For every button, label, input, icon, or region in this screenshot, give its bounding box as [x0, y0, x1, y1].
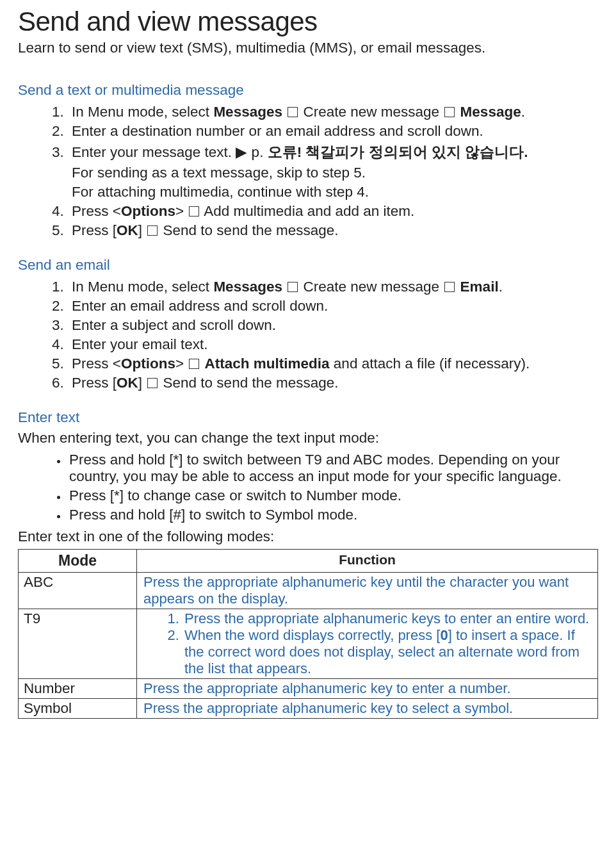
mode-cell: Symbol [19, 699, 137, 719]
arrow-icon [288, 107, 298, 117]
list-item: Press [OK] Send to send the message. [68, 221, 598, 240]
text: ] [138, 222, 147, 238]
list-item: Enter your message text. ▶ p. 오류! 책갈피가 정… [68, 141, 598, 202]
arrow-icon [444, 107, 455, 117]
list-item: Press <Options> Add multimedia and add a… [68, 202, 598, 221]
text-bold: Email [460, 279, 499, 295]
list-item: Press the appropriate alphanumeric keys … [183, 610, 591, 627]
function-cell: Press the appropriate alphanumeric key u… [137, 573, 598, 609]
list-item: When the word displays correctly, press … [183, 627, 591, 677]
list-item: In Menu mode, select Messages Create new… [68, 102, 598, 122]
list-item: Press <Options> Attach multimedia and at… [68, 354, 598, 373]
list-item: Press [*] to change case or switch to Nu… [68, 486, 598, 505]
list-item: Enter your email text. [68, 335, 598, 354]
text-bold: Messages [213, 104, 282, 120]
text: > [175, 203, 188, 219]
table-row: T9 Press the appropriate alphanumeric ke… [19, 609, 598, 679]
enter-text-intro: When entering text, you can change the t… [18, 430, 598, 446]
text: Press [ [72, 222, 117, 238]
table-row: Number Press the appropriate alphanumeri… [19, 679, 598, 699]
text: Send to send the message. [159, 375, 338, 391]
text: Add multimedia and add an item. [200, 203, 414, 219]
mode-cell: ABC [19, 573, 137, 609]
page-subtitle: Learn to send or view text (SMS), multim… [18, 40, 598, 56]
list-item: In Menu mode, select Messages Create new… [68, 277, 598, 297]
text: Create new message [299, 279, 443, 295]
text-bold: 오류! 책갈피가 정의되어 있지 않습니다. [268, 144, 528, 160]
enter-text-bullets: Press and hold [*] to switch between T9 … [18, 450, 598, 525]
mode-cell: Number [19, 679, 137, 699]
text-bold: Messages [213, 279, 282, 295]
text: Enter your message text. ▶ p. [72, 144, 268, 160]
text: In Menu mode, select [72, 279, 213, 295]
arrow-icon [444, 282, 455, 292]
mode-cell: T9 [19, 609, 137, 679]
text: Send to send the message. [159, 222, 338, 238]
list-item: Enter a subject and scroll down. [68, 316, 598, 335]
text: When the word displays correctly, press … [184, 627, 440, 643]
text-bold: Options [121, 356, 175, 372]
input-modes-table: Mode Function ABC Press the appropriate … [18, 549, 598, 719]
text: ] [138, 375, 147, 391]
sms-steps: In Menu mode, select Messages Create new… [18, 102, 598, 240]
table-row: ABC Press the appropriate alphanumeric k… [19, 573, 598, 609]
text: Create new message [299, 104, 443, 120]
text: Press [ [72, 375, 117, 391]
col-header-mode: Mode [19, 550, 137, 573]
enter-text-outro: Enter text in one of the following modes… [18, 528, 598, 545]
function-cell: Press the appropriate alphanumeric key t… [137, 699, 598, 719]
table-header-row: Mode Function [19, 550, 598, 573]
text: Press < [72, 203, 121, 219]
list-item: Enter an email address and scroll down. [68, 297, 598, 316]
arrow-icon [147, 225, 158, 236]
text-bold: Message [460, 104, 521, 120]
arrow-icon [189, 206, 199, 217]
text-bold: 0 [440, 627, 448, 643]
arrow-icon [288, 282, 298, 292]
arrow-icon [189, 359, 199, 369]
list-item: Enter a destination number or an email a… [68, 122, 598, 141]
text: Press < [72, 356, 121, 372]
list-item: Press and hold [*] to switch between T9 … [68, 450, 598, 486]
section-heading-email: Send an email [18, 257, 598, 274]
text: In Menu mode, select [72, 104, 213, 120]
text: > [175, 356, 188, 372]
function-cell: Press the appropriate alphanumeric keys … [137, 609, 598, 679]
email-steps: In Menu mode, select Messages Create new… [18, 277, 598, 393]
section-heading-sms: Send a text or multimedia message [18, 82, 598, 99]
text-bold: OK [117, 222, 138, 238]
table-row: Symbol Press the appropriate alphanumeri… [19, 699, 598, 719]
page-title: Send and view messages [18, 6, 598, 37]
list-item: Press [OK] Send to send the message. [68, 373, 598, 393]
t9-steps: Press the appropriate alphanumeric keys … [143, 610, 591, 677]
text: For sending as a text message, skip to s… [72, 165, 598, 181]
function-cell: Press the appropriate alphanumeric key t… [137, 679, 598, 699]
section-heading-enter-text: Enter text [18, 409, 598, 426]
list-item: Press and hold [#] to switch to Symbol m… [68, 505, 598, 525]
text-bold: Options [121, 203, 175, 219]
text-bold: OK [117, 375, 138, 391]
arrow-icon [147, 378, 158, 388]
text: and attach a file (if necessary). [330, 356, 530, 372]
col-header-function: Function [137, 550, 598, 573]
text: . [521, 104, 525, 120]
text: . [499, 279, 503, 295]
text: For attaching multimedia, continue with … [72, 184, 598, 200]
text-bold: Attach multimedia [205, 356, 330, 372]
